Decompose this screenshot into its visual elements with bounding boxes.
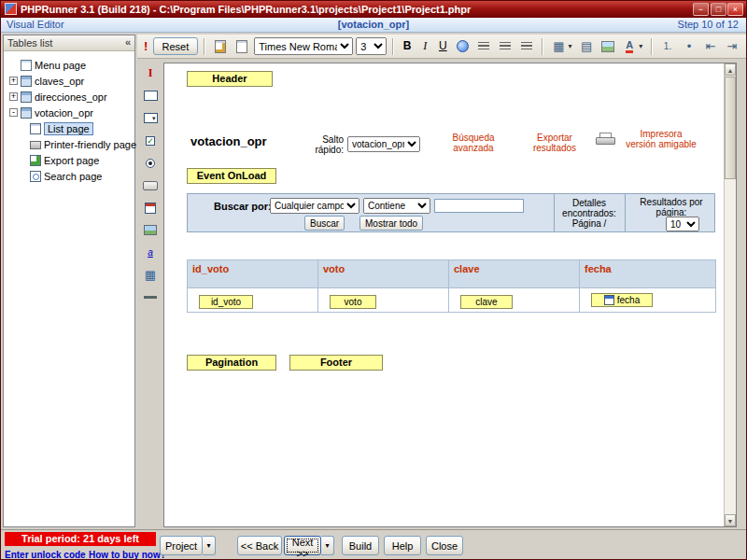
footer-block[interactable]: Footer (289, 355, 383, 371)
search-field-select[interactable]: Cualquier campo (270, 198, 359, 214)
sidebar-item-votacion-opr[interactable]: - votacion_opr (6, 105, 133, 120)
insert-edit-box-icon[interactable] (143, 89, 159, 103)
insert-text-icon[interactable]: I (143, 66, 159, 80)
insert-button-icon[interactable] (143, 178, 159, 192)
export-results-link[interactable]: Exportar resultados (529, 133, 581, 153)
search-condition-select[interactable]: Contiene (363, 198, 430, 214)
page-icon (21, 60, 32, 71)
insert-table-tool-icon[interactable]: ▦ (143, 268, 159, 282)
search-page-icon (30, 171, 41, 182)
italic-button[interactable]: I (417, 38, 432, 55)
column-header[interactable]: voto (318, 260, 449, 288)
next-menu-arrow-icon[interactable]: ▾ (321, 536, 334, 555)
printer-icon[interactable] (596, 133, 616, 147)
printer-friendly-link[interactable]: Impresora versión amigable (624, 129, 698, 149)
font-size-select[interactable]: 3 (356, 37, 387, 55)
canvas-scrollbar[interactable]: ▲ ▼ (724, 63, 736, 526)
build-button[interactable]: Build (342, 536, 379, 555)
sidebar-item-claves-opr[interactable]: + claves_opr (6, 73, 133, 89)
app-icon (5, 3, 17, 15)
pagination-block[interactable]: Pagination (187, 355, 276, 371)
insert-image-icon[interactable] (599, 38, 617, 55)
page-title[interactable]: votacion_opr (190, 134, 267, 148)
collapse-node-icon[interactable]: - (9, 108, 18, 117)
outdent-icon[interactable]: ⇤ (701, 38, 720, 55)
align-left-icon[interactable] (474, 38, 493, 55)
insert-hyperlink-icon[interactable]: a (143, 245, 159, 259)
sidebar-item-label: claves_opr (35, 76, 84, 87)
app-window: PHPRunner 3.1 (Build 218) - C:\Program F… (0, 0, 747, 560)
help-button[interactable]: Help (384, 536, 421, 555)
sidebar-item-search-page[interactable]: Search page (6, 168, 133, 184)
insert-checkbox-icon[interactable]: ✓ (143, 133, 159, 147)
align-right-icon[interactable] (517, 38, 536, 55)
insert-image-tool-icon[interactable] (143, 223, 159, 237)
selected-item-label: List page (44, 122, 93, 135)
scrollbar-thumb[interactable] (725, 77, 736, 179)
cell-borders-icon[interactable]: ▤ (577, 38, 596, 55)
insert-horizontal-rule-icon[interactable] (143, 290, 159, 304)
unlock-code-link[interactable]: Enter unlock code (5, 550, 86, 560)
scroll-up-icon[interactable]: ▲ (725, 63, 736, 76)
results-per-page-select[interactable]: 10 (666, 217, 699, 231)
hyperlink-icon[interactable] (453, 38, 472, 55)
next-button[interactable]: Next >> (284, 536, 321, 555)
project-menu-arrow-icon[interactable]: ▾ (203, 536, 216, 555)
step-indicator: Step 10 of 12 (678, 18, 739, 32)
column-header[interactable]: fecha (580, 260, 716, 288)
printer-body (596, 137, 615, 145)
maximize-button[interactable]: □ (711, 3, 726, 16)
advanced-search-link[interactable]: Búsqueda avanzada (444, 133, 502, 153)
back-button[interactable]: << Back (237, 536, 282, 555)
preview-page-icon[interactable] (233, 38, 251, 55)
grid-cell: voto (318, 288, 449, 313)
bullet-list-icon[interactable]: • (680, 38, 698, 55)
sidebar-item-label: Search page (44, 171, 102, 182)
sidebar-item-direcciones-opr[interactable]: + direcciones_opr (6, 89, 133, 105)
show-all-button[interactable]: Mostrar todo (359, 216, 423, 231)
column-header[interactable]: clave (449, 260, 580, 288)
project-button[interactable]: Project (160, 536, 203, 555)
event-onload-block[interactable]: Event OnLoad (187, 168, 276, 184)
collapse-panel-icon[interactable]: « (125, 36, 131, 48)
field-placeholder[interactable]: id_voto (199, 295, 253, 309)
color-menu-arrow-icon[interactable]: ▾ (639, 42, 645, 50)
field-placeholder[interactable]: clave (460, 295, 513, 309)
scroll-down-icon[interactable]: ▼ (725, 514, 736, 526)
insert-table-icon[interactable]: ▦ (549, 38, 568, 55)
visual-editor-canvas[interactable]: Header votacion_opr Salto rápido: votaci… (163, 63, 737, 527)
search-button[interactable]: Buscar (304, 216, 345, 231)
insert-dropdown-icon[interactable]: ▾ (143, 111, 159, 125)
font-family-select[interactable]: Times New Roman (254, 37, 353, 55)
minimize-button[interactable]: − (693, 3, 709, 16)
field-placeholder-date[interactable]: fecha (591, 293, 653, 307)
sidebar-item-list-page[interactable]: List page (6, 120, 133, 136)
edit-html-icon[interactable] (211, 38, 230, 55)
indent-icon[interactable]: ⇥ (723, 38, 741, 55)
window-title: PHPRunner 3.1 (Build 218) - C:\Program F… (21, 4, 471, 15)
details-found-label: Detalles encontrados: Página / (556, 198, 623, 229)
expand-icon[interactable]: + (9, 77, 18, 85)
underline-button[interactable]: U (435, 38, 450, 55)
search-value-input[interactable] (434, 199, 524, 213)
sidebar-item-export-page[interactable]: Export page (6, 152, 133, 168)
sidebar-item-printer-friendly-page[interactable]: Printer-friendly page (6, 136, 133, 152)
expand-icon[interactable]: + (9, 92, 18, 101)
sidebar-item-menu-page[interactable]: Menu page (6, 57, 133, 73)
font-color-icon[interactable]: A (620, 38, 639, 55)
column-header[interactable]: id_voto (188, 260, 318, 288)
field-placeholder[interactable]: voto (330, 295, 376, 309)
header-block[interactable]: Header (187, 71, 273, 87)
insert-datepicker-icon[interactable] (143, 201, 159, 215)
insert-radio-icon[interactable] (143, 156, 159, 170)
align-center-icon[interactable] (496, 38, 514, 55)
reset-button[interactable]: Reset (153, 37, 199, 55)
close-button[interactable]: × (727, 3, 743, 16)
close-app-button[interactable]: Close (426, 536, 463, 555)
table-icon (21, 76, 32, 87)
numbered-list-icon[interactable]: 1. (658, 38, 677, 55)
quick-jump-select[interactable]: votacion_opr (347, 136, 420, 152)
buy-now-link[interactable]: How to buy now? (89, 550, 166, 560)
bold-button[interactable]: B (400, 38, 415, 55)
table-menu-arrow-icon[interactable]: ▾ (568, 42, 574, 50)
